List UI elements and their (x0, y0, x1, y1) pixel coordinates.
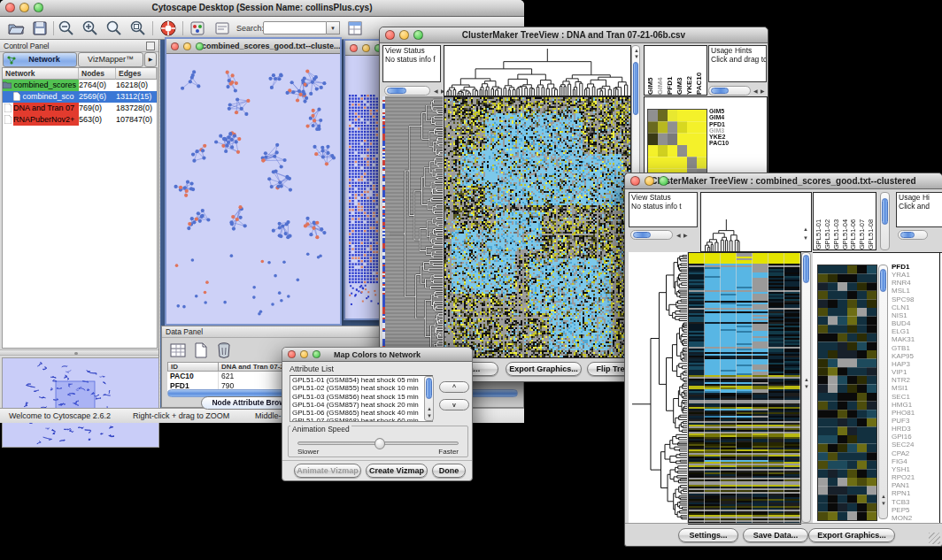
heatmap-vscrollbar[interactable]: ▲ ▼ (801, 252, 811, 523)
network-overview-canvas[interactable] (2, 357, 159, 448)
minimize-icon[interactable] (362, 44, 370, 52)
gene-label[interactable]: HAP3 (892, 360, 938, 368)
zoom-fit-icon[interactable] (129, 19, 147, 37)
move-down-button[interactable]: v (439, 399, 469, 410)
gene-label[interactable]: GPI16 (892, 433, 938, 441)
gene-label[interactable]: PHO81 (892, 409, 938, 417)
column-label[interactable]: GIM5 (646, 46, 656, 95)
search-input[interactable] (263, 21, 327, 35)
gene-label[interactable]: PEP5 (892, 506, 938, 514)
usage-hints-scrollbar[interactable] (898, 230, 928, 240)
gene-label[interactable]: GIM4 (709, 114, 764, 120)
gene-label[interactable]: NIS1 (892, 311, 938, 319)
table-row-selected[interactable]: combined_sco 2569(6) 13112(15) (3, 91, 157, 103)
column-label[interactable]: YKE2 (685, 46, 695, 95)
new-attribute-icon[interactable] (192, 341, 210, 359)
heatmap-global-canvas[interactable] (444, 96, 631, 358)
gene-label[interactable]: SPC98 (892, 295, 938, 303)
save-data-button[interactable]: Save Data... (743, 528, 808, 542)
scroll-down-icon[interactable]: ▼ (634, 54, 639, 59)
network-window1-titlebar[interactable]: combined_scores_good.txt--cluste... (166, 39, 340, 54)
col-header-network[interactable]: Network (3, 68, 79, 80)
scroll-thumb[interactable] (882, 198, 888, 225)
minimize-icon[interactable] (399, 30, 409, 40)
zoom-out-icon[interactable] (58, 19, 75, 37)
scroll-left-icon[interactable]: ◀ (753, 88, 758, 94)
column-labels-scrollbar[interactable] (880, 192, 890, 250)
attribute-list-item[interactable]: GPL51-06 (GSM865) heat shock 40 min (290, 409, 432, 417)
delete-attribute-icon[interactable] (215, 341, 233, 359)
column-label[interactable]: GPL51-03 (GSM856) (832, 193, 841, 249)
scroll-right-icon[interactable]: ▶ (683, 233, 688, 238)
scroll-down-icon[interactable]: ▼ (881, 501, 886, 506)
gene-label[interactable]: KAP95 (892, 352, 938, 360)
minimize-icon[interactable] (645, 176, 654, 186)
gene-label[interactable]: YKE2 (709, 134, 764, 140)
gene-label[interactable]: GTB1 (892, 344, 938, 352)
column-label[interactable]: GPL51-01 (GSM854) (815, 193, 823, 249)
gene-label[interactable]: RNR4 (892, 279, 938, 287)
column-label[interactable]: GPL51-02 (GSM855) (823, 193, 832, 249)
gene-label[interactable]: GIM3 (709, 127, 764, 134)
view-status-scrollbar[interactable] (630, 230, 673, 240)
gene-label[interactable]: PFD1 (892, 263, 938, 271)
gene-label[interactable]: BUD4 (892, 319, 938, 327)
gene-label[interactable]: CPA2 (892, 449, 938, 457)
gene-label[interactable]: HRD3 (892, 425, 938, 433)
dialog-titlebar[interactable]: Map Colors to Network (282, 348, 472, 362)
zoom-selected-icon[interactable] (105, 19, 123, 37)
zoom-window-icon[interactable] (196, 42, 204, 50)
animate-vizmap-button[interactable]: Animate Vizmap (294, 464, 361, 478)
gene-label[interactable]: YRA1 (892, 271, 938, 279)
treeview2-titlebar[interactable]: ClusterMaker TreeView : combined_scores_… (625, 173, 942, 189)
move-up-button[interactable]: ^ (439, 381, 469, 393)
splitter-handle[interactable] (0, 349, 158, 356)
attribute-list-item[interactable]: GPL51-04 (GSM857) heat shock 20 min (290, 401, 432, 409)
heatmap-global-canvas[interactable] (688, 252, 801, 525)
close-icon[interactable] (630, 176, 640, 186)
close-icon[interactable] (288, 350, 296, 358)
treeview1-titlebar[interactable]: ClusterMaker TreeView : DNA and Tran 07-… (380, 27, 768, 43)
view-status-scrollbar[interactable] (384, 86, 430, 96)
combo-arrow-icon[interactable]: ▼ (327, 21, 340, 35)
main-titlebar[interactable]: Cytoscape Desktop (Session Name: collins… (0, 0, 524, 17)
animation-speed-slider[interactable] (297, 441, 459, 445)
gene-label[interactable]: MAK31 (892, 335, 938, 343)
table-row[interactable]: DNA and Tran 07 769(0) 183728(0) (3, 103, 157, 114)
minimize-icon[interactable] (19, 3, 29, 12)
column-dendrogram-canvas[interactable] (700, 192, 812, 252)
row-dendrogram-canvas[interactable] (382, 96, 443, 357)
column-label[interactable]: PFD1 (666, 46, 676, 95)
scroll-thumb[interactable] (387, 88, 406, 94)
column-dendrogram-canvas[interactable] (444, 45, 631, 96)
scroll-up-icon[interactable]: ▲ (427, 406, 432, 411)
gene-label[interactable]: MON2 (892, 514, 938, 522)
gene-label[interactable]: TCB3 (892, 498, 938, 506)
save-session-icon[interactable] (31, 19, 49, 37)
heatmap-zoom-canvas[interactable] (647, 109, 707, 181)
scroll-thumb[interactable] (900, 232, 915, 238)
gene-label[interactable]: CLN1 (892, 303, 938, 311)
column-label[interactable]: GIM4 (656, 46, 666, 95)
attribute-list[interactable]: GPL51-01 (GSM854) heat shock 05 minGPL51… (290, 375, 433, 422)
gene-label[interactable]: PAN1 (892, 481, 938, 489)
dp-cell-id[interactable]: PAC10 (167, 372, 219, 381)
export-graphics-button[interactable]: Export Graphics... (808, 528, 895, 542)
attribute-list-item[interactable]: GPL51-02 (GSM855) heat shock 10 min (290, 384, 432, 392)
gene-label[interactable]: MSI1 (892, 384, 938, 392)
table-row[interactable]: combined_scores 2764(0) 16218(0) (3, 80, 157, 91)
scroll-up-icon[interactable]: ▲ (881, 494, 886, 499)
settings-button[interactable]: Settings... (678, 528, 738, 542)
gene-label[interactable]: GIM5 (709, 108, 764, 114)
annotation-icon[interactable] (213, 19, 231, 37)
scroll-thumb[interactable] (633, 62, 638, 115)
col-header-edges[interactable]: Edges (116, 68, 157, 80)
undock-icon[interactable] (146, 42, 155, 50)
slider-thumb[interactable] (374, 438, 385, 449)
col-header-nodes[interactable]: Nodes (79, 68, 116, 80)
tab-vizmapper[interactable]: VizMapper™ (78, 52, 143, 67)
attribute-list-scrollbar[interactable]: ▲ ▼ (424, 376, 434, 421)
column-label[interactable]: GPL51-04 (GSM857) (841, 193, 850, 249)
gene-label[interactable]: HMG1 (892, 401, 938, 409)
gene-label[interactable]: RPO21 (892, 473, 938, 481)
